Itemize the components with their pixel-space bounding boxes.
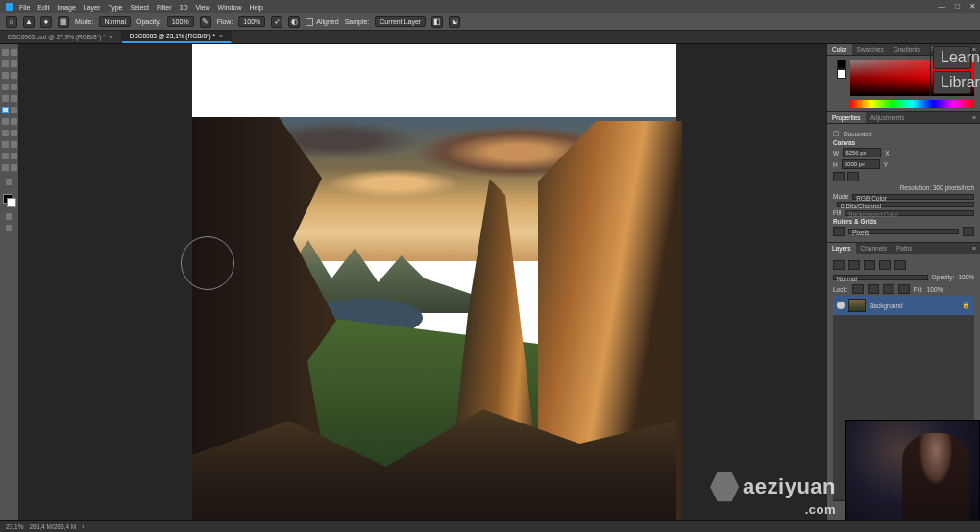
tab-properties[interactable]: Properties [827, 112, 866, 123]
aligned-checkbox[interactable] [306, 18, 313, 26]
filter-pixel-icon[interactable] [833, 260, 845, 270]
quick-select-tool-icon[interactable] [2, 72, 9, 79]
filter-type-icon[interactable] [864, 260, 875, 270]
filter-smart-icon[interactable] [894, 260, 906, 270]
maximize-icon[interactable]: □ [955, 2, 960, 11]
menu-window[interactable]: Window [218, 4, 242, 11]
panel-menu-icon[interactable]: ≡ [968, 112, 980, 123]
eraser-tool-icon[interactable] [2, 118, 9, 125]
layer-fill-input[interactable]: 100% [927, 286, 943, 293]
lock-transparent-icon[interactable] [852, 284, 864, 294]
minimize-icon[interactable]: — [938, 2, 945, 11]
layer-thumbnail-icon[interactable] [848, 299, 866, 312]
path-select-tool-icon[interactable] [2, 153, 9, 159]
lasso-tool-icon[interactable] [11, 60, 17, 67]
zoom-level[interactable]: 23,1% [6, 523, 23, 530]
healing-tool-icon[interactable] [2, 95, 9, 102]
width-input[interactable] [843, 148, 881, 157]
rulers-select[interactable]: Pixels [848, 229, 959, 234]
document-canvas[interactable] [192, 44, 676, 520]
menu-edit[interactable]: Edit [37, 4, 49, 11]
crop-tool-icon[interactable] [11, 72, 17, 79]
blend-mode-select[interactable]: Normal [833, 275, 928, 280]
lock-position-icon[interactable] [883, 284, 894, 294]
tab-doc-1[interactable]: DSC0903.psd @ 27,9% (RGB/8*) *× [0, 31, 122, 43]
lock-all-icon[interactable] [898, 284, 910, 294]
layer-opacity-input[interactable]: 100% [958, 274, 974, 280]
collapsed-learn[interactable]: Learn [933, 46, 971, 69]
tab-doc-2[interactable]: DSC0903 @ 23,1% (RGB/8*) *× [122, 31, 232, 43]
brush-settings-icon[interactable]: ▦ [58, 16, 69, 28]
tab-gradients[interactable]: Gradients [889, 44, 925, 55]
type-tool-icon[interactable] [11, 141, 17, 148]
orient-landscape-icon[interactable] [847, 172, 859, 181]
pressure-size-icon[interactable]: ◐ [288, 16, 300, 28]
layer-background[interactable]: Background 🔒 [833, 296, 974, 315]
quickmask-icon[interactable] [6, 213, 12, 220]
close-icon[interactable]: ✕ [969, 2, 976, 11]
close-icon[interactable]: × [110, 34, 113, 40]
brush-tool-icon[interactable] [11, 95, 17, 102]
eye-icon[interactable] [837, 302, 845, 309]
menu-filter[interactable]: Filter [157, 4, 172, 11]
menu-image[interactable]: Image [57, 4, 75, 11]
ignore-adjust-icon[interactable]: ◧ [431, 16, 443, 28]
history-brush-tool-icon[interactable] [11, 107, 17, 113]
eyedropper-tool-icon[interactable] [11, 84, 17, 90]
menu-help[interactable]: Help [249, 4, 262, 11]
sample-select[interactable]: Current Layer [375, 16, 426, 27]
chevron-right-icon[interactable]: › [82, 523, 84, 530]
close-icon[interactable]: × [219, 33, 223, 39]
menu-view[interactable]: View [196, 4, 210, 11]
canvas-area[interactable] [19, 44, 826, 520]
bg-swatch-icon[interactable] [837, 69, 846, 79]
tab-channels[interactable]: Channels [856, 243, 892, 254]
menu-3d[interactable]: 3D [180, 4, 188, 11]
move-tool-icon[interactable] [2, 49, 9, 56]
hue-strip[interactable] [850, 100, 974, 108]
airbrush-icon[interactable]: ➶ [271, 16, 282, 28]
menu-select[interactable]: Select [131, 4, 149, 11]
menu-type[interactable]: Type [108, 4, 122, 11]
doc-size[interactable]: 283,4 M/283,4 M [29, 523, 76, 530]
home-icon[interactable]: ⌂ [6, 16, 17, 28]
fill-select[interactable]: Background Color [845, 210, 974, 216]
hand-tool-icon[interactable] [2, 164, 9, 171]
mode-select[interactable]: Normal [99, 16, 131, 27]
background-color-icon[interactable] [7, 198, 16, 207]
screenmode-icon[interactable] [6, 225, 12, 231]
edit-toolbar-icon[interactable] [6, 179, 12, 185]
marquee-tool-icon[interactable] [2, 60, 9, 67]
pen-tool-icon[interactable] [2, 141, 9, 148]
zoom-tool-icon[interactable] [11, 164, 17, 171]
dodge-tool-icon[interactable] [11, 130, 17, 136]
artboard-tool-icon[interactable] [11, 49, 17, 56]
mode-select[interactable]: RGB Color [852, 194, 974, 200]
tab-swatches[interactable]: Swatches [852, 44, 889, 55]
menu-layer[interactable]: Layer [84, 4, 101, 11]
filter-shape-icon[interactable] [879, 260, 891, 270]
filter-adjust-icon[interactable] [848, 260, 860, 270]
menu-file[interactable]: File [19, 4, 30, 11]
clone-stamp-tool-icon[interactable] [2, 107, 9, 113]
gradient-tool-icon[interactable] [11, 118, 17, 125]
grid-icon[interactable] [963, 227, 974, 236]
blur-tool-icon[interactable] [2, 130, 9, 136]
tab-layers[interactable]: Layers [827, 243, 856, 254]
opacity-input[interactable]: 100% [167, 16, 194, 27]
lock-image-icon[interactable] [868, 284, 879, 294]
flow-input[interactable]: 100% [238, 16, 265, 27]
orient-portrait-icon[interactable] [833, 172, 845, 181]
height-input[interactable] [842, 159, 880, 169]
frame-tool-icon[interactable] [2, 84, 9, 90]
panel-menu-icon[interactable]: ≡ [968, 243, 980, 254]
shape-tool-icon[interactable] [11, 153, 17, 159]
clone-stamp-icon[interactable]: ▲ [23, 16, 35, 28]
tab-paths[interactable]: Paths [892, 243, 918, 254]
tab-adjustments[interactable]: Adjustments [866, 112, 910, 123]
collapsed-libraries[interactable]: Librari... [933, 71, 971, 94]
bits-select[interactable]: 8 Bits/Channel [837, 202, 974, 207]
fg-swatch-icon[interactable] [837, 60, 846, 69]
tab-color[interactable]: Color [827, 44, 852, 55]
tablet-icon[interactable]: ☯ [449, 16, 460, 28]
